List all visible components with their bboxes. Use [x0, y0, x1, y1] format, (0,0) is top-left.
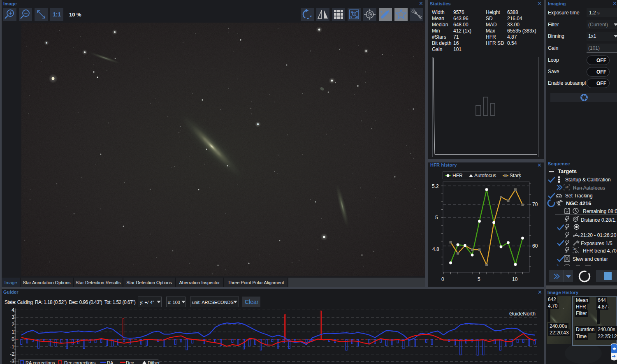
svg-text:AF: AF	[573, 248, 577, 250]
svg-text:E: E	[573, 235, 574, 237]
svg-text:AF: AF	[565, 186, 568, 189]
svg-text:W: W	[578, 235, 580, 237]
